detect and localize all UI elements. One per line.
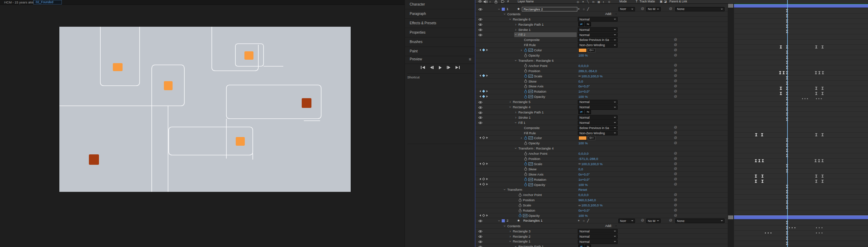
keyframe-navigator[interactable] (479, 95, 488, 97)
property-value[interactable]: -571,0,-288,0 (578, 156, 598, 161)
track-matte-column-header[interactable]: Track Matte (640, 0, 655, 3)
property-row[interactable]: Opacity100 %@ (475, 53, 728, 58)
property-label[interactable]: Opacity (528, 53, 540, 57)
twirl-open-icon[interactable]: › (503, 188, 506, 191)
property-row[interactable]: ›Rectangle 2Normal (475, 234, 728, 239)
composition-canvas[interactable] (59, 27, 351, 192)
track-matte-dropdown[interactable]: No M (646, 7, 661, 11)
pickwhip-icon[interactable]: @ (674, 43, 677, 46)
property-row[interactable]: ›Rectangle Path 1⇄⇆ (475, 22, 728, 27)
roving-keyframe-dot[interactable] (765, 232, 766, 233)
panel-header-character[interactable]: Character (405, 0, 475, 9)
pickwhip-icon[interactable]: @ (674, 79, 677, 83)
eye-icon[interactable] (478, 106, 483, 110)
property-label[interactable]: Scale (523, 203, 531, 207)
pickwhip-icon[interactable]: @ (674, 38, 677, 41)
twirl-closed-icon[interactable]: › (514, 28, 517, 31)
property-value[interactable]: 100 % (578, 141, 588, 146)
stopwatch-icon[interactable] (518, 198, 522, 202)
property-label[interactable]: Position (523, 198, 535, 202)
expression-pill[interactable] (588, 48, 595, 52)
roving-keyframe-dot[interactable] (819, 227, 820, 228)
collapse-transformations-icon[interactable]: ✶ (577, 7, 580, 11)
property-value[interactable]: 960,0,540,0 (578, 198, 596, 203)
keyframe-icon[interactable] (761, 174, 764, 178)
roving-keyframe-dot[interactable] (792, 227, 793, 228)
first-frame-button[interactable] (421, 66, 425, 69)
tab-scroll-left-icon[interactable]: ‹ (30, 0, 31, 4)
twirl-closed-icon[interactable]: › (520, 49, 523, 52)
property-row[interactable]: ›Rectangle 5Normal (475, 100, 728, 105)
property-row[interactable]: Anchor Point0,0,0,0@ (475, 151, 728, 156)
keyframe-navigator[interactable] (479, 75, 488, 77)
value-dropdown[interactable]: Below Previous in Sa (578, 126, 618, 130)
property-row[interactable]: Opacity100 %@ (475, 94, 728, 100)
property-value[interactable]: 0x+0,0° (578, 84, 590, 89)
twirl-closed-icon[interactable]: › (514, 111, 517, 114)
property-label[interactable]: Transform (507, 188, 522, 191)
pickwhip-icon[interactable]: @ (674, 53, 677, 57)
twirl-open-icon[interactable]: › (498, 8, 501, 11)
twirl-open-icon[interactable]: › (503, 224, 506, 228)
value-dropdown[interactable]: Normal (578, 115, 618, 120)
eye-icon[interactable] (478, 240, 483, 244)
property-row[interactable]: ›Color@ (475, 48, 728, 53)
value-dropdown[interactable]: Below Previous in Sa (578, 38, 618, 42)
label-color-chip[interactable] (502, 219, 505, 222)
roving-keyframe-dot[interactable] (821, 232, 823, 233)
property-label[interactable]: Skew (528, 79, 536, 83)
rect-path-direction-icon[interactable]: ⇄ (578, 110, 584, 114)
pickwhip-icon[interactable]: @ (674, 136, 677, 139)
keyframe-icon[interactable] (818, 159, 820, 162)
stopwatch-icon[interactable] (518, 208, 522, 213)
keyframe-icon[interactable] (755, 133, 758, 136)
keyframe-navigator[interactable] (479, 178, 488, 180)
property-label[interactable]: Rotation (534, 178, 546, 181)
stopwatch-icon[interactable] (524, 79, 527, 83)
property-label[interactable]: Stroke 1 (518, 28, 531, 32)
property-value[interactable]: 100 % (578, 213, 588, 218)
value-dropdown[interactable]: Normal (578, 100, 618, 104)
roving-keyframe-dot[interactable] (818, 98, 819, 99)
twirl-open-icon[interactable]: › (498, 219, 501, 222)
keyframe-icon[interactable] (755, 159, 757, 162)
property-label[interactable]: Rectangle 5 (513, 100, 531, 104)
layer-switches-icon[interactable]: ▦ (598, 0, 600, 4)
stopwatch-icon[interactable] (524, 177, 527, 181)
property-value[interactable]: 1x+0,0° (578, 89, 590, 94)
roving-keyframe-dot[interactable] (802, 98, 803, 99)
twirl-open-icon[interactable]: › (509, 240, 512, 243)
property-row[interactable]: Rotation1x+0,0°@ (475, 89, 728, 94)
stopwatch-icon[interactable] (524, 167, 527, 171)
layer-switches-icon[interactable]: ◐ (603, 0, 604, 4)
twirl-open-icon[interactable]: › (509, 105, 512, 109)
eye-icon[interactable] (478, 219, 483, 223)
twirl-closed-icon[interactable]: › (514, 23, 517, 26)
keyframe-icon[interactable] (815, 174, 818, 178)
value-dropdown[interactable]: Normal (578, 33, 618, 37)
stopwatch-icon[interactable] (524, 152, 527, 156)
twirl-open-icon[interactable]: › (514, 147, 517, 150)
property-value[interactable]: 0,0 (578, 79, 583, 84)
property-row[interactable]: Skew Axis0x+0,0°@ (475, 172, 728, 177)
pickwhip-icon[interactable]: @ (674, 152, 677, 155)
mode-column-header[interactable]: Mode (619, 0, 627, 3)
video-column-icon[interactable] (478, 0, 482, 3)
collapse-transformations-icon[interactable]: ✶ (577, 219, 580, 223)
property-row[interactable]: Skew0,0@ (475, 167, 728, 172)
property-label[interactable]: Opacity (528, 214, 540, 218)
eye-icon[interactable] (478, 18, 483, 22)
blend-mode-dropdown[interactable]: Norr (618, 7, 635, 11)
roving-keyframe-dot[interactable] (768, 232, 769, 233)
keyframe-icon[interactable] (762, 159, 764, 162)
preview-panel-header[interactable]: Preview ≡ (405, 55, 475, 64)
panel-header-effects-presets[interactable]: Effects & Presets (405, 19, 475, 28)
keyframe-icon[interactable] (815, 71, 817, 74)
keyframe-icon[interactable] (780, 87, 782, 90)
graph-editor-icon[interactable] (528, 49, 533, 52)
expression-pill[interactable] (588, 136, 595, 140)
pickwhip-icon[interactable]: @ (674, 95, 677, 98)
stopwatch-icon[interactable] (524, 74, 527, 78)
property-label[interactable]: Rotation (534, 90, 546, 93)
layer-row[interactable]: ›2★Rectangles 1✶☼╱Norr@No M@None (475, 218, 728, 223)
